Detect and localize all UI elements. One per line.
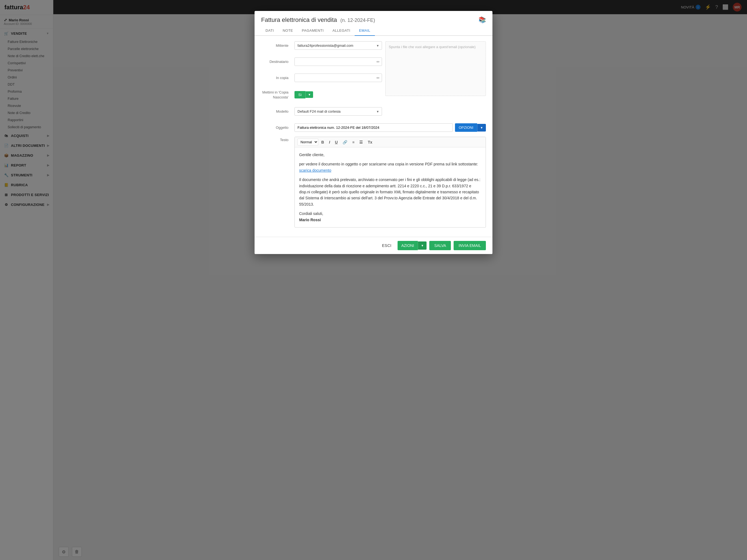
in-copia-row: In copia ✏ [261,74,382,82]
in-copia-field: ✏ [294,74,382,82]
opzioni-caret-button[interactable]: ▼ [477,124,486,131]
modal-subtitle: (n. 12-2024-FE) [340,18,375,23]
tab-pagamenti[interactable]: PAGAMENTI [298,26,328,36]
file-drop-area[interactable]: Spunta i file che vuoi allegare a quest'… [385,41,486,96]
modal-tabs: DATI NOTE PAGAMENTI ALLEGATI EMAIL [255,26,492,36]
in-copia-label: In copia [261,76,291,80]
italic-button[interactable]: I [327,139,332,146]
editor-closing: Cordiali saluti,Mario Rossi [299,210,481,223]
modal-title: Fattura elettronica di vendita (n. 12-20… [261,17,375,24]
bcc-si-button[interactable]: Sì [294,91,305,98]
testo-field: Normal B I U 🔗 ≡ ☰ Tx Gentile cliente, [294,136,486,228]
destinatario-label: Destinatario [261,59,291,64]
form-left: Mittente fattura24professionista@gmail.c… [261,41,382,120]
clear-format-button[interactable]: Tx [366,139,374,146]
mittente-field: fattura24professionista@gmail.com ▼ [294,41,382,50]
editor-greeting: Gentile cliente, [299,152,481,158]
bcc-row: Mettimi in 'Copia Nascosta' Sì ▼ [261,90,382,100]
tab-email[interactable]: EMAIL [355,26,375,36]
text-style-select[interactable]: Normal [298,138,318,146]
bcc-toggle: Sì ▼ [294,91,313,98]
salva-button[interactable]: SALVA [429,241,451,250]
oggetto-input[interactable] [294,123,453,132]
mittente-select[interactable]: fattura24professionista@gmail.com [294,41,382,50]
unordered-list-button[interactable]: ☰ [357,139,365,146]
modal: Fattura elettronica di vendita (n. 12-20… [255,11,492,254]
mittente-row: Mittente fattura24professionista@gmail.c… [261,41,382,50]
file-drop-placeholder: Spunta i file che vuoi allegare a quest'… [389,45,476,49]
bold-button[interactable]: B [319,139,326,146]
edit-icon-2[interactable]: ✏ [377,76,380,80]
modello-label: Modello [261,109,291,113]
azioni-button-group: AZIONI ▼ [397,241,427,250]
oggetto-field: OPZIONI ▼ [294,123,486,132]
tab-dati[interactable]: DATI [261,26,278,36]
invia-email-button[interactable]: INVIA EMAIL [454,241,486,250]
modal-footer: ESCI AZIONI ▼ SALVA INVIA EMAIL [255,237,492,254]
tab-allegati[interactable]: ALLEGATI [328,26,355,36]
ordered-list-button[interactable]: ≡ [350,139,356,146]
link-button[interactable]: 🔗 [341,139,349,146]
modal-overlay: Fattura elettronica di vendita (n. 12-20… [0,0,747,560]
text-editor: Normal B I U 🔗 ≡ ☰ Tx Gentile cliente, [294,137,486,228]
edit-icon[interactable]: ✏ [377,59,380,64]
editor-link[interactable]: scarica documento [299,168,331,173]
opzioni-button-group: OPZIONI ▼ [455,123,486,132]
mittente-label: Mittente [261,44,291,48]
testo-row: Testo Normal B I U 🔗 ≡ ☰ [261,136,486,228]
testo-label: Testo [261,136,291,142]
modello-select[interactable]: Default F24 mail di cortesia [294,107,382,116]
modello-row: Modello Default F24 mail di cortesia ▼ [261,107,382,116]
bcc-caret-button[interactable]: ▼ [305,91,313,98]
editor-line1: per vedere il documento in oggetto o per… [299,161,481,173]
bcc-label: Mettimi in 'Copia Nascosta' [262,90,288,99]
form-right: Spunta i file che vuoi allegare a quest'… [385,41,486,96]
modal-header: Fattura elettronica di vendita (n. 12-20… [255,11,492,24]
archive-icon[interactable]: 📚 [479,17,486,24]
destinatario-field: ✏ [294,57,382,66]
azioni-main-button[interactable]: AZIONI [397,241,418,250]
oggetto-row: Oggetto OPZIONI ▼ [261,123,486,132]
destinatario-row: Destinatario ✏ [261,57,382,66]
esci-button[interactable]: ESCI [379,241,395,250]
modal-body: Mittente fattura24professionista@gmail.c… [255,36,492,237]
destinatario-input[interactable] [294,57,382,66]
editor-content-area[interactable]: Gentile cliente, per vedere il documento… [295,147,486,227]
form-area: Mittente fattura24professionista@gmail.c… [261,41,486,120]
oggetto-label: Oggetto [261,126,291,130]
editor-signature: Mario Rossi [299,218,321,222]
azioni-caret-button[interactable]: ▼ [418,241,427,250]
editor-paragraph2: Il documento che andrà prelevato, archiv… [299,177,481,207]
editor-toolbar: Normal B I U 🔗 ≡ ☰ Tx [295,137,486,147]
in-copia-input[interactable] [294,74,382,82]
modello-field: Default F24 mail di cortesia ▼ [294,107,382,116]
tab-note[interactable]: NOTE [278,26,298,36]
opzioni-main-button[interactable]: OPZIONI [455,123,477,132]
underline-button[interactable]: U [333,139,340,146]
